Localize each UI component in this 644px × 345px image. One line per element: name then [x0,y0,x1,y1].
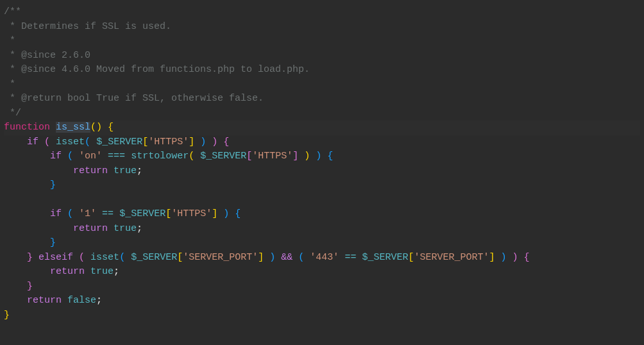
bracket-close: ] [292,151,298,162]
paren-close: ) [223,208,229,219]
docblock-desc: * Determines if SSL is used. [4,21,171,32]
semicolon: ; [114,266,119,277]
keyword-true: true [114,165,137,176]
code-line-if-inner2: if ( '1' == $_SERVER['HTTPS'] ) { [4,207,640,222]
brace-close: } [50,180,56,190]
paren-open: ( [85,137,90,147]
paren-close: ) [304,151,310,162]
code-line-return: return true; [4,222,640,237]
code-line-brace-end: } [4,308,640,323]
keyword-return: return [50,266,85,277]
brace-close: } [50,237,56,248]
code-line-comment: * [4,34,640,49]
code-line-return-false: return false; [4,294,640,308]
code-line-brace: } [4,236,640,251]
brace-close: } [27,281,33,292]
docblock-open: /** [4,6,21,17]
paren-open: ( [119,252,125,263]
code-line-comment: /** [4,5,640,20]
function-name: is_ssl [56,122,90,133]
string-443: '443' [310,252,339,263]
code-line-comment: * @since 4.6.0 Moved from functions.php … [4,63,640,78]
docblock-since2: * @since 4.6.0 Moved from functions.php … [4,64,310,75]
variable-server: $_SERVER [362,252,408,263]
paren-close: ) [96,122,102,133]
brace-open: { [223,137,229,147]
brace-open: { [524,252,530,263]
string-server-port: 'SERVER_PORT' [183,252,258,263]
semicolon: ; [96,295,102,306]
keyword-if: if [50,151,62,162]
keyword-if: if [50,208,62,219]
keyword-if: if [27,137,38,147]
keyword-function: function [4,122,50,133]
keyword-true: true [114,223,137,234]
bracket-open: [ [165,208,171,219]
docblock-empty2: * [4,79,15,90]
code-line-return: return true; [4,265,640,280]
paren-close: ) [316,151,321,162]
code-line-comment: * [4,78,640,92]
string-https: 'HTTPS' [252,151,292,162]
paren-close: ) [501,252,507,263]
keyword-return: return [73,223,108,234]
keyword-return: return [73,165,108,176]
bracket-open: [ [246,151,252,162]
paren-close: ) [513,252,518,263]
paren-open: ( [298,252,304,263]
brace-close: } [27,252,33,263]
operator-eq: == [102,208,114,219]
code-line-return: return true; [4,164,640,179]
paren-open: ( [44,137,50,147]
paren-close: ) [212,137,217,147]
variable-server: $_SERVER [200,151,246,162]
variable-server: $_SERVER [131,252,177,263]
operator-strict-eq: === [108,151,125,162]
code-line-if: if ( isset( $_SERVER['HTTPS'] ) ) { [4,135,640,150]
paren-close: ) [200,137,206,147]
docblock-since: * @since 2.6.0 [4,50,90,61]
paren-open: ( [79,252,85,263]
code-editor-content[interactable]: /** * Determines if SSL is used. * * @si… [4,5,640,323]
operator-and: && [281,252,292,263]
string-on: 'on' [79,151,102,162]
paren-close: ) [269,252,275,263]
variable-server: $_SERVER [119,208,165,219]
function-isset: isset [90,252,119,263]
keyword-return: return [27,295,62,306]
bracket-close: ] [189,137,194,147]
paren-open: ( [67,208,73,219]
docblock-return: * @return bool True if SSL, otherwise fa… [4,93,264,104]
brace-open: { [327,151,333,162]
paren-open: ( [90,122,96,133]
string-server-port: 'SERVER_PORT' [414,252,489,263]
semicolon: ; [137,223,142,234]
keyword-elseif: elseif [38,252,73,263]
code-line-function-def: function is_ssl() { [4,121,640,135]
variable-server: $_SERVER [96,137,142,147]
code-line-comment: * @since 2.6.0 [4,49,640,63]
docblock-empty: * [4,35,15,46]
string-one: '1' [79,208,96,219]
bracket-open: [ [177,252,183,263]
string-https: 'HTTPS' [148,137,189,147]
paren-open: ( [189,151,194,162]
string-https: 'HTTPS' [171,208,212,219]
function-strtolower: strtolower [131,151,189,162]
code-line-blank [4,193,640,208]
docblock-close: */ [4,108,21,119]
code-line-brace: } [4,178,640,193]
code-line-comment: */ [4,106,640,121]
paren-open: ( [67,151,73,162]
operator-eq: == [344,252,356,263]
bracket-close: ] [212,208,217,219]
keyword-false: false [67,295,96,306]
brace-open: { [108,122,114,133]
code-line-brace: } [4,280,640,294]
semicolon: ; [137,165,142,176]
code-line-if-inner: if ( 'on' === strtolower( $_SERVER['HTTP… [4,149,640,164]
code-line-elseif: } elseif ( isset( $_SERVER['SERVER_PORT'… [4,251,640,265]
code-line-comment: * @return bool True if SSL, otherwise fa… [4,92,640,106]
code-line-comment: * Determines if SSL is used. [4,20,640,35]
bracket-open: [ [142,137,148,147]
